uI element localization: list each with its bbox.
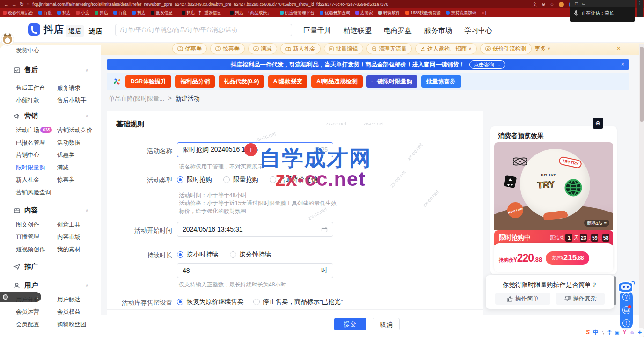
sidebar-item[interactable]: 会员配置 bbox=[16, 321, 57, 329]
pill-more[interactable]: 更多∨ bbox=[535, 45, 551, 53]
bookmark[interactable]: 抖店 bbox=[132, 10, 146, 16]
sidebar-item[interactable]: 购物粉丝团 bbox=[57, 321, 98, 329]
sidebar-item[interactable]: 图文创作 bbox=[16, 221, 57, 229]
sidebar-item[interactable]: 会员运营 bbox=[16, 308, 57, 316]
zoom-icon[interactable]: ⊖ bbox=[542, 2, 545, 7]
radio-resume-original-price[interactable]: 恢复为原价继续售卖 bbox=[177, 298, 244, 306]
ime-skin-icon[interactable]: Y bbox=[622, 329, 626, 336]
global-search-input[interactable] bbox=[115, 24, 292, 36]
ime-emoji-icon[interactable]: ☺ bbox=[630, 330, 635, 335]
bookmark[interactable]: 晓春代理后台 bbox=[3, 10, 33, 16]
doudian-logo[interactable]: 抖店 bbox=[28, 23, 64, 36]
assistant-mascot[interactable] bbox=[616, 278, 636, 295]
radio-by-hour[interactable]: 按小时持续 bbox=[177, 250, 219, 259]
pill-lowprice-check[interactable]: 低价引流检测 bbox=[480, 43, 532, 54]
nav-qianchuan[interactable]: 巨量千川 bbox=[303, 26, 331, 35]
pill-coupon[interactable]: 优惠券 bbox=[172, 43, 207, 54]
forward-icon[interactable]: → bbox=[12, 0, 17, 8]
pill-surprise[interactable]: 惊喜券 bbox=[210, 43, 245, 54]
banner-close-icon[interactable]: × bbox=[621, 60, 624, 67]
breadcrumb-parent[interactable]: 单品直降(限时限量... bbox=[109, 95, 164, 103]
radio-flash-sale[interactable]: 限时抢购 bbox=[177, 176, 212, 184]
ime-mic-icon[interactable] bbox=[607, 330, 612, 335]
sidebar-item[interactable]: 新人礼金 bbox=[16, 176, 57, 184]
sidebar-item[interactable]: 创意工具 bbox=[57, 221, 98, 229]
screen-record-indicator[interactable]: ‹ bbox=[0, 292, 41, 302]
sidebar-item-limit-buy-active[interactable]: 限时限量购 bbox=[16, 164, 57, 172]
fox-avatar[interactable] bbox=[1, 33, 14, 46]
radio-limit-qty[interactable]: 限量抢购 bbox=[223, 176, 258, 184]
sidebar-item[interactable]: 小额打款 bbox=[16, 96, 57, 104]
pill-fullcut[interactable]: 满减 bbox=[248, 43, 277, 54]
window-minimize-icon[interactable]: ▭ bbox=[582, 1, 586, 6]
bookmark[interactable]: 扶持流量加码 bbox=[446, 10, 476, 16]
chevron-up-icon[interactable]: ∧ bbox=[85, 208, 88, 213]
sidebar-item[interactable]: 营销中心 bbox=[16, 151, 57, 159]
sidebar-item[interactable]: 会员权益 bbox=[57, 308, 98, 316]
tool-dsr-button[interactable]: DSR体验提升 bbox=[125, 75, 171, 88]
bookmark[interactable]: 转换软件 bbox=[378, 10, 400, 16]
bookmark[interactable]: 抖店 bbox=[95, 10, 108, 16]
sidebar-section-content[interactable]: 内容 bbox=[13, 206, 38, 215]
url-text[interactable]: fxg.jinritemai.com/ffa/marketing/tools/l… bbox=[32, 2, 388, 7]
ime-brand-icon[interactable]: S bbox=[586, 329, 590, 336]
sidebar-item[interactable]: 满减 bbox=[57, 164, 98, 172]
bookmark[interactable]: 小度 bbox=[76, 10, 89, 16]
ime-punct-icon[interactable]: ’, bbox=[602, 330, 604, 335]
bookmark[interactable]: 抖店 bbox=[57, 10, 71, 16]
sidebar-section-users[interactable]: 用户 bbox=[13, 281, 38, 290]
reload-icon[interactable]: ↻ bbox=[20, 0, 24, 8]
sidebar-item[interactable]: 我的素材 bbox=[57, 246, 98, 254]
bookmark-star-icon[interactable]: ☆ bbox=[550, 2, 554, 7]
tool-batch-surprise-button[interactable]: 批量惊喜券 bbox=[421, 75, 461, 88]
tool-gift-button[interactable]: 礼品代发(0.9) bbox=[219, 75, 264, 88]
nav-xuexi[interactable]: 学习中心 bbox=[464, 26, 492, 35]
bookmark[interactable]: 百度 bbox=[113, 10, 127, 16]
product-image[interactable]: TRYTRY TRY TRY TRY Keep Love 商品1/5≡ bbox=[494, 142, 613, 230]
scrollbar-track[interactable] bbox=[639, 44, 644, 337]
tool-fulipin-button[interactable]: 福利品分销 bbox=[175, 75, 215, 88]
calendar-icon[interactable] bbox=[321, 226, 328, 233]
pill-clean-traffic[interactable]: 清理无流量 bbox=[366, 43, 412, 54]
sidebar-section-promotion[interactable]: 推广 bbox=[13, 262, 38, 271]
sidebar-item[interactable]: 短视频创作 bbox=[16, 246, 57, 254]
return-shop-button[interactable]: 返店 bbox=[66, 25, 84, 37]
sidebar-item-activity-plaza[interactable]: 活动广场618 bbox=[16, 126, 57, 134]
window-restore-icon[interactable]: ▢ bbox=[575, 1, 578, 6]
sidebar-item[interactable]: 售后工作台 bbox=[16, 84, 57, 92]
tool-ai-hot-button[interactable]: AI爆款裂变 bbox=[268, 75, 308, 88]
sidebar-item[interactable]: 已报名管理 bbox=[16, 139, 57, 147]
browser-menu-icon[interactable]: ⋮ bbox=[637, 0, 643, 17]
ad-banner-cta-button[interactable]: 点击咨询 → bbox=[469, 60, 505, 69]
sidebar-item[interactable]: 优惠券 bbox=[57, 151, 98, 159]
bookmark[interactable]: 供应链管理平台 bbox=[280, 10, 315, 16]
sidebar-item[interactable]: 直播管理 bbox=[16, 233, 57, 241]
ime-language-toggle[interactable]: 中 bbox=[593, 329, 599, 337]
bookmark[interactable]: 1688找低价货源 bbox=[405, 10, 441, 16]
inbox-button[interactable] bbox=[622, 306, 630, 314]
sidebar-item[interactable]: 营销风险查询 bbox=[16, 189, 51, 197]
chevron-up-icon[interactable]: ∧ bbox=[85, 113, 88, 118]
bookmark[interactable]: 百度 bbox=[38, 10, 52, 16]
nav-luopan[interactable]: 电商罗盘 bbox=[384, 26, 412, 35]
ime-board-icon[interactable]: ▣ bbox=[615, 330, 619, 335]
bookmark[interactable]: 抖店 -「商品成长」... bbox=[230, 10, 275, 16]
cancel-button[interactable]: 取消 bbox=[373, 318, 400, 330]
promo-close-icon[interactable]: × bbox=[616, 44, 621, 52]
sidebar-section-aftersale[interactable]: 售后 bbox=[13, 66, 38, 74]
inner-scrollbar-thumb[interactable] bbox=[614, 276, 616, 305]
nav-jingxuan[interactable]: 精选联盟 bbox=[344, 26, 372, 35]
sidebar-item[interactable]: 营销活动竞价 bbox=[57, 126, 98, 134]
bookmark[interactable]: 优惠叠加查询 bbox=[320, 10, 350, 16]
radio-by-minute[interactable]: 按分钟持续 bbox=[230, 250, 271, 259]
sidebar-item[interactable]: 用户触达 bbox=[57, 296, 98, 304]
pill-newuser[interactable]: 新人礼金 bbox=[280, 43, 321, 54]
scrollbar-thumb[interactable] bbox=[640, 47, 644, 122]
sidebar-item[interactable]: 惊喜券 bbox=[57, 176, 98, 184]
duration-input[interactable]: 48 时 bbox=[177, 263, 333, 278]
sidebar-item-shipping-center[interactable]: 发货中心 bbox=[16, 47, 39, 55]
sidebar-item[interactable]: 服务请求 bbox=[57, 84, 98, 92]
translate-icon[interactable]: 文 bbox=[532, 1, 537, 7]
ime-toolbox-icon[interactable]: ✚ bbox=[638, 330, 642, 335]
submit-button[interactable]: 提交 bbox=[334, 318, 366, 330]
